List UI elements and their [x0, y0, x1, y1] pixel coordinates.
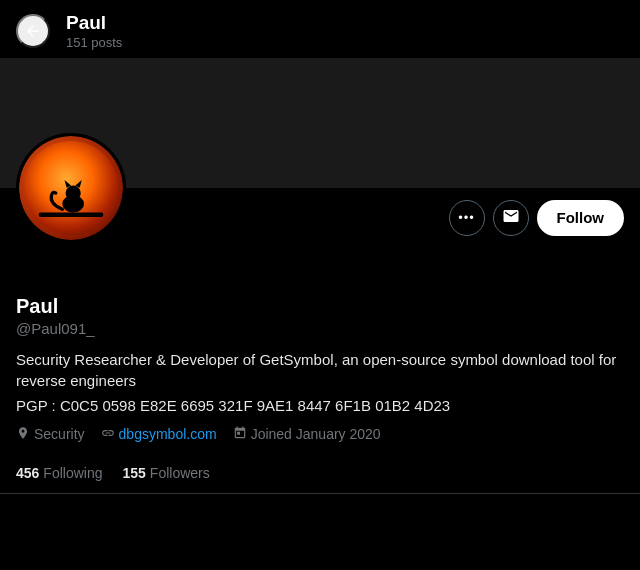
meta-security: Security: [16, 426, 85, 443]
followers-count: 155: [123, 465, 146, 481]
svg-point-2: [66, 185, 81, 200]
more-icon: •••: [458, 210, 475, 225]
meta-website: dbgsymbol.com: [101, 426, 217, 443]
stats-row: 456 Following 155 Followers: [0, 455, 640, 481]
mail-icon: [502, 207, 520, 229]
profile-section: ••• Follow: [0, 188, 640, 246]
header-posts-count: 151 posts: [66, 35, 122, 50]
avatar[interactable]: [16, 133, 126, 243]
header: Paul 151 posts: [0, 0, 640, 58]
svg-rect-0: [39, 212, 104, 216]
profile-name: Paul: [16, 294, 624, 318]
link-icon: [101, 426, 115, 443]
follow-button[interactable]: Follow: [537, 200, 625, 236]
followers-stat[interactable]: 155 Followers: [123, 465, 210, 481]
back-button[interactable]: [16, 14, 50, 48]
joined-label: Joined January 2020: [251, 426, 381, 442]
profile-pgp: PGP : C0C5 0598 E82E 6695 321F 9AE1 8447…: [16, 395, 624, 416]
security-label: Security: [34, 426, 85, 442]
meta-row: Security dbgsymbol.com Joined January 20…: [16, 426, 624, 443]
following-count: 456: [16, 465, 39, 481]
follow-label: Follow: [557, 209, 605, 226]
location-icon: [16, 426, 30, 443]
followers-label: Followers: [150, 465, 210, 481]
message-button[interactable]: [493, 200, 529, 236]
more-options-button[interactable]: •••: [449, 200, 485, 236]
header-info: Paul 151 posts: [66, 12, 122, 50]
profile-info: Paul @Paul091_ Security Researcher & Dev…: [0, 294, 640, 455]
header-name: Paul: [66, 12, 122, 35]
profile-bio: Security Researcher & Developer of GetSy…: [16, 349, 624, 391]
profile-handle: @Paul091_: [16, 320, 624, 337]
meta-joined: Joined January 2020: [233, 426, 381, 443]
calendar-icon: [233, 426, 247, 443]
following-label: Following: [43, 465, 102, 481]
avatar-image: [19, 136, 123, 240]
website-link[interactable]: dbgsymbol.com: [119, 426, 217, 442]
following-stat[interactable]: 456 Following: [16, 465, 103, 481]
divider: [0, 493, 640, 494]
